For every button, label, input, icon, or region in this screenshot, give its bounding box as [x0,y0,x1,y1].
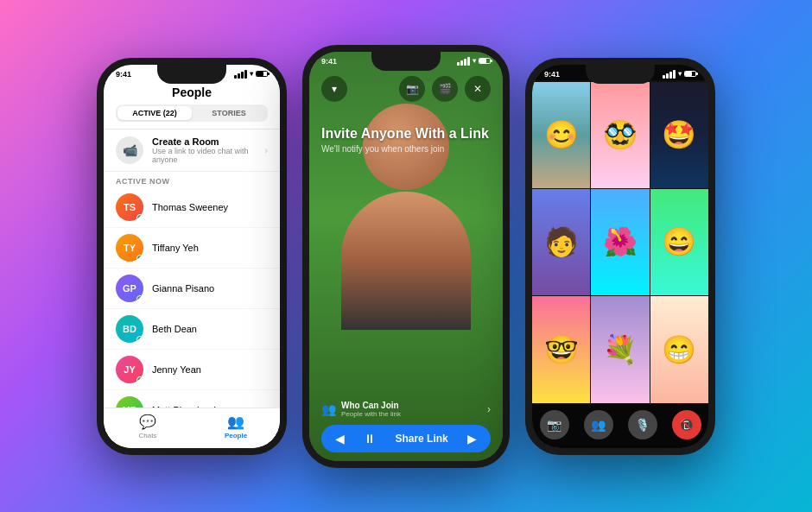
contact-name-2: Gianna Pisano [152,283,214,294]
status-icons-2: ▾ [457,57,491,66]
status-icons-1: ▾ [234,70,268,79]
bar1 [234,75,237,79]
video-tile-9[interactable]: 😁 [650,296,708,402]
bar4 [244,70,247,79]
add-person-btn[interactable]: 👥 [584,410,613,439]
bar1 [457,62,460,66]
battery-icon-2 [479,58,491,64]
contact-name-4: Jenny Yean [152,364,201,375]
create-room-sub: Use a link to video chat with anyone [152,147,256,164]
face-emoji-5: 🌺 [603,228,638,256]
chevron-down-btn[interactable]: ▾ [321,76,347,102]
notch-3 [586,65,655,84]
right-controls: 📷 🎬 ✕ [399,76,491,102]
mic-btn[interactable]: 🎙️ [628,410,657,439]
status-time-3: 9:41 [544,70,560,79]
online-dot-1 [136,255,143,262]
online-dot-3 [136,336,143,343]
contact-row-4[interactable]: JY Jenny Yean [104,350,280,390]
contact-name-0: Thomas Sweeney [152,202,228,212]
nav-people-label: People [225,432,247,439]
camera-btn[interactable]: 📷 [540,410,569,439]
group-icon: 👥 [321,402,336,416]
face-emoji-3: 🤩 [662,121,696,149]
bar2 [666,73,669,79]
face-emoji-4: 🧑 [544,228,579,256]
phone-3-screen: 9:41 ▾ 😊 🥸 [532,65,708,448]
notch-1 [157,65,226,84]
video-tile-3[interactable]: 🤩 [650,82,708,188]
video-tile-7[interactable]: 🤓 [532,296,590,402]
face-emoji-9: 😁 [662,336,696,363]
face-emoji-8: 💐 [603,336,638,363]
chat-icon: 💬 [139,414,156,430]
video-tile-5[interactable]: 🌺 [591,189,649,295]
bar3 [669,72,672,79]
signal-bars-2 [457,57,470,66]
contact-avatar-4: JY [116,356,143,383]
face-body [341,192,471,330]
status-bar-2: 9:41 ▾ [309,52,503,67]
create-room-row[interactable]: 📹 Create a Room Use a link to video chat… [104,130,280,172]
video-grid: 😊 🥸 🤩 🧑 🌺 😄 🤓 💐 [532,82,708,403]
video-tile-2[interactable]: 🥸 [591,82,649,188]
video-tile-1[interactable]: 😊 [532,82,590,188]
chevron-right-icon: › [264,145,268,155]
online-dot-4 [136,376,143,383]
wifi-icon-3: ▾ [678,70,682,78]
nav-chats-label: Chats [139,432,157,439]
tab-active[interactable]: ACTIVE (22) [117,106,192,120]
pause-icon: ⏸ [364,432,376,446]
wcj-title: Who Can Join [341,401,401,410]
who-can-join-row[interactable]: 👥 Who Can Join People with the link › [309,394,503,425]
contact-row-0[interactable]: TS Thomas Sweeney [104,187,280,228]
p1-header: People ACTIVE (22) STORIES [104,80,280,130]
wifi-icon-1: ▾ [250,70,253,78]
video-tile-8[interactable]: 💐 [591,296,649,402]
bar1 [663,75,665,79]
battery-fill-3 [685,72,692,76]
wifi-icon-2: ▾ [473,57,476,65]
bar4 [673,70,676,79]
share-link-bar[interactable]: ◀ ⏸ Share Link ▶ [321,425,491,452]
status-time-1: 9:41 [116,70,131,79]
tab-stories[interactable]: STORIES [192,106,266,120]
face-emoji-7: 🤓 [544,336,579,363]
people-icon: 👥 [227,414,244,430]
phone-2: 9:41 ▾ ▾ 📷 🎬 ✕ [302,45,510,468]
bottom-controls: 👥 Who Can Join People with the link › ◀ … [309,394,503,461]
end-call-btn[interactable]: 📵 [672,410,701,439]
battery-fill-1 [257,72,263,76]
video-tile-4[interactable]: 🧑 [532,189,590,295]
p1-tabs: ACTIVE (22) STORIES [116,104,268,122]
contact-row-2[interactable]: GP Gianna Pisano [104,269,280,309]
contact-row-1[interactable]: TY Tiffany Yeh [104,228,280,269]
p1-title: People [116,85,268,99]
face-emoji-6: 😄 [662,228,696,256]
video-tile-6[interactable]: 😄 [650,189,708,295]
signal-bars-3 [663,70,676,79]
close-btn[interactable]: ✕ [465,76,491,102]
camera-flip-btn[interactable]: 📷 [399,76,425,102]
invite-title: Invite Anyone With a Link [321,125,491,142]
contact-row-3[interactable]: BD Beth Dean [104,309,280,350]
contact-avatar-1: TY [116,234,143,262]
bar2 [238,73,240,79]
wcj-sub: People with the link [341,410,401,418]
phone-2-screen: 9:41 ▾ ▾ 📷 🎬 ✕ [309,52,503,461]
wcj-left: 👥 Who Can Join People with the link [321,401,401,418]
nav-chats[interactable]: 💬 Chats [104,414,192,439]
share-label: Share Link [395,433,447,445]
bottom-nav: 💬 Chats 👥 People [104,408,280,448]
battery-icon-1 [256,71,268,77]
invite-sub: We'll notify you when others join [321,144,491,154]
online-dot-0 [136,214,143,221]
nav-people[interactable]: 👥 People [192,414,280,439]
invite-text-block: Invite Anyone With a Link We'll notify y… [321,125,491,154]
video-btn[interactable]: 🎬 [432,76,458,102]
rewind-icon: ◀ [335,432,345,446]
create-room-icon: 📹 [116,136,143,164]
phone-1: 9:41 ▾ People ACTIVE (22) STORIES [97,58,287,455]
bar2 [460,60,463,66]
create-room-text: Create a Room Use a link to video chat w… [152,136,256,164]
